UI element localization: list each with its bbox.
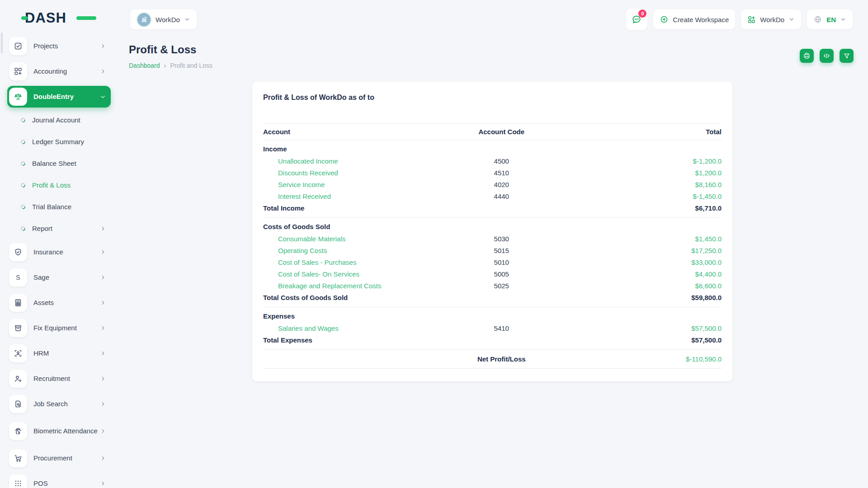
tasks-icon: [9, 37, 27, 55]
sidebar-scrollbar[interactable]: [1, 33, 3, 53]
calculator-icon: [9, 294, 27, 312]
chevron-down-icon: [184, 16, 190, 23]
account-link[interactable]: Consumable Materials: [278, 235, 345, 243]
sidebar-item-label: Balance Sheet: [32, 160, 76, 167]
scale-icon: [9, 88, 27, 106]
app-logo[interactable]: DASH: [25, 10, 88, 26]
account-link[interactable]: Unallocated Income: [278, 157, 338, 165]
section-header-row-costs-of-goods-sold: Costs of Goods Sold: [263, 218, 722, 233]
swap-icon: [823, 52, 830, 60]
sidebar-item-recruitment[interactable]: Recruitment: [7, 368, 111, 389]
sidebar-item-label: Insurance: [33, 248, 63, 256]
account-link[interactable]: Salaries and Wages: [278, 324, 339, 332]
sidebar-item-hrm[interactable]: HRM: [7, 343, 111, 364]
account-row-cost-of-sales-on-services: Cost of Sales- On Services5005$4,400.0: [263, 268, 722, 280]
account-link[interactable]: Service Income: [278, 181, 325, 188]
section-header-row-expenses: Expenses: [263, 307, 722, 323]
logo-accent-dot: [21, 16, 28, 20]
chevron-down-icon: [840, 16, 846, 23]
chevron-right-icon: [100, 225, 106, 232]
printer-icon: [803, 52, 811, 60]
sidebar-item-procurement[interactable]: Procurement: [7, 447, 111, 469]
chevron-right-icon: [100, 455, 106, 461]
sidebar-item-journal-account[interactable]: Journal Account: [7, 111, 111, 129]
account-row-breakage-and-replacement-costs: Breakage and Replacement Costs5025$6,600…: [263, 280, 722, 291]
breadcrumb-dashboard-link[interactable]: Dashboard: [129, 62, 160, 69]
sidebar-item-pos[interactable]: POS: [7, 473, 111, 488]
column-header-account-code: Account Code: [437, 124, 566, 140]
total-label: Total Costs of Goods Sold: [263, 291, 437, 307]
messages-button[interactable]: 0: [626, 9, 647, 30]
section-name: Income: [263, 140, 722, 155]
account-code: 4500: [437, 155, 566, 167]
language-code: EN: [826, 16, 836, 23]
sidebar-item-label: Accounting: [33, 67, 67, 75]
net-profit-loss-value: $-110,590.0: [566, 350, 722, 369]
sidebar-nav: ProjectsAccountingDoubleEntryJournal Acc…: [0, 35, 120, 488]
workspace-switcher[interactable]: WorkDo: [130, 9, 197, 29]
account-link[interactable]: Discounts Received: [278, 169, 338, 177]
sidebar-item-fix-equipment[interactable]: Fix Equipment: [7, 317, 111, 339]
sidebar-item-projects[interactable]: Projects: [7, 35, 111, 57]
account-link[interactable]: Interest Received: [278, 192, 331, 200]
sidebar-item-job-search[interactable]: Job Search: [7, 393, 111, 415]
account-link[interactable]: Cost of Sales - Purchases: [278, 258, 356, 266]
fingerprint-icon: [9, 422, 27, 440]
chevron-down-icon: [99, 94, 106, 100]
language-menu[interactable]: EN: [807, 9, 853, 29]
print-button[interactable]: [800, 49, 814, 63]
sidebar-item-report[interactable]: Report: [7, 220, 111, 238]
chevron-right-icon: [100, 350, 106, 357]
sidebar-item-doubleentry[interactable]: DoubleEntry: [7, 86, 111, 108]
account-code: 4440: [437, 190, 566, 202]
account-row-consumable-materials: Consumable Materials5030$1,450.0: [263, 233, 722, 244]
account-link[interactable]: Cost of Sales- On Services: [278, 270, 359, 278]
section-header-row-income: Income: [263, 140, 722, 155]
submenu-bullet-icon: [20, 117, 26, 123]
sidebar-item-profit-and-loss[interactable]: Profit & Loss: [7, 176, 111, 194]
table-header-row: Account Account Code Total: [263, 124, 722, 140]
sidebar-item-accounting[interactable]: Accounting: [7, 61, 111, 82]
account-code: 5025: [437, 280, 566, 291]
export-button[interactable]: [820, 49, 834, 63]
workspace-avatar-icon: [137, 12, 151, 27]
sidebar-item-ledger-summary[interactable]: Ledger Summary: [7, 133, 111, 151]
section-name: Expenses: [263, 307, 722, 323]
submenu-bullet-icon: [20, 225, 26, 232]
sidebar-item-label: Fix Equipment: [33, 324, 77, 332]
sidebar-item-biometric-attendance[interactable]: Biometric Attendance: [7, 418, 111, 444]
filter-button[interactable]: [840, 49, 854, 63]
svg-text:S: S: [16, 274, 20, 281]
account-total: $6,600.0: [566, 280, 722, 291]
company-menu[interactable]: WorkDo: [741, 9, 801, 29]
chevron-right-icon: [100, 375, 106, 382]
sage-icon: S: [9, 268, 27, 286]
account-total: $33,000.0: [566, 256, 722, 268]
sidebar-item-insurance[interactable]: Insurance: [7, 241, 111, 263]
account-link[interactable]: Operating Costs: [278, 247, 327, 254]
chevron-right-icon: [100, 274, 106, 281]
grid-dots-icon: [9, 474, 27, 488]
account-total: $-1,450.0: [566, 190, 722, 202]
sidebar-item-trial-balance[interactable]: Trial Balance: [7, 198, 111, 216]
chevron-right-icon: [100, 325, 106, 331]
total-value: $6,710.0: [566, 202, 722, 218]
logo-text: DASH: [25, 10, 66, 26]
account-link[interactable]: Breakage and Replacement Costs: [278, 282, 381, 290]
account-code: 5015: [437, 244, 566, 256]
sidebar-item-assets[interactable]: Assets: [7, 292, 111, 314]
account-row-interest-received: Interest Received4440$-1,450.0: [263, 190, 722, 202]
total-label: Total Expenses: [263, 334, 437, 350]
sidebar-item-balance-sheet[interactable]: Balance Sheet: [7, 155, 111, 173]
submenu-bullet-icon: [20, 204, 26, 210]
sidebar-item-label: Sage: [33, 273, 49, 281]
account-row-service-income: Service Income4020$8,160.0: [263, 178, 722, 190]
account-total: $1,200.0: [566, 167, 722, 178]
chevron-right-icon: [100, 401, 106, 407]
breadcrumb-current: Profit and Loss: [170, 62, 212, 69]
profit-loss-card: Profit & Loss of WorkDo as of to Account…: [252, 82, 732, 381]
account-total: $1,450.0: [566, 233, 722, 244]
sidebar-item-sage[interactable]: SSage: [7, 267, 111, 288]
user-plus-icon: [9, 370, 27, 388]
create-workspace-button[interactable]: Create Workspace: [653, 9, 735, 29]
